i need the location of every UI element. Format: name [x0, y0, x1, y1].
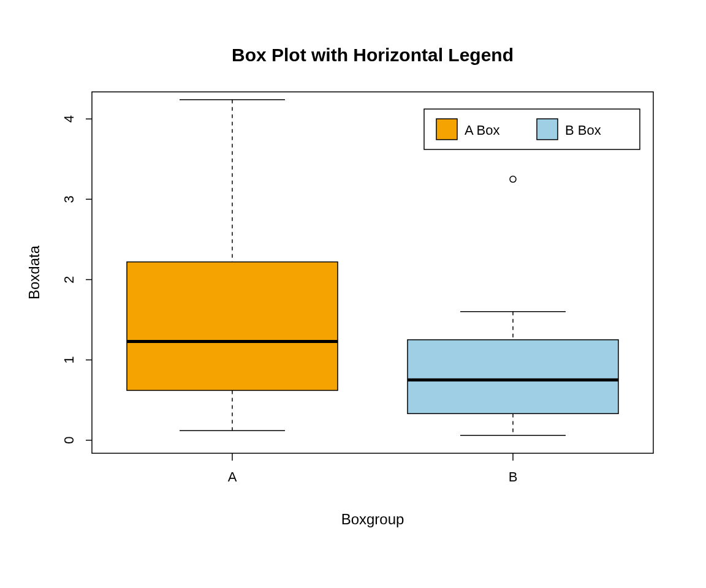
legend-label-b: B Box	[565, 123, 601, 138]
box-b-rect	[408, 340, 618, 414]
y-tick-0: 0	[61, 437, 77, 444]
legend-label-a: A Box	[465, 123, 499, 138]
x-tick-a: A	[228, 469, 237, 484]
plot-area: 0 1 2 3 4 A B Boxdata Boxgroup	[26, 92, 653, 527]
box-a	[127, 100, 338, 431]
x-axis: A B	[228, 453, 518, 484]
boxplot-chart: Box Plot with Horizontal Legend 0 1 2 3 …	[0, 0, 706, 588]
y-axis: 0 1 2 3 4	[61, 115, 92, 444]
box-b	[408, 176, 618, 435]
legend: A Box B Box	[424, 109, 640, 149]
legend-swatch-b	[537, 119, 558, 140]
chart-title: Box Plot with Horizontal Legend	[232, 45, 514, 65]
box-a-rect	[127, 262, 338, 391]
y-tick-1: 1	[61, 356, 77, 363]
y-tick-3: 3	[61, 195, 77, 203]
box-b-outlier	[510, 176, 516, 183]
legend-swatch-a	[436, 119, 457, 140]
y-tick-2: 2	[61, 276, 77, 283]
x-axis-label: Boxgroup	[341, 511, 404, 527]
y-tick-4: 4	[61, 115, 77, 123]
y-axis-label: Boxdata	[26, 245, 42, 300]
x-tick-b: B	[509, 469, 518, 484]
